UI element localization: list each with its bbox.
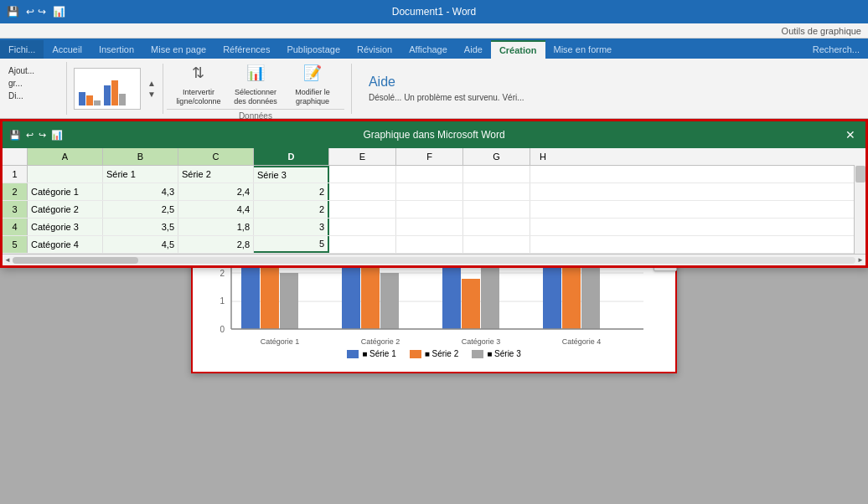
cell-d2[interactable]: 2 [254,183,329,200]
tab-revision[interactable]: Révision [349,40,400,59]
spreadsheet-dialog: 💾 ↩ ↪ 📊 Graphique dans Microsoft Word ✕ … [0,119,868,268]
vertical-scrollbar[interactable] [854,165,865,254]
tab-affichage[interactable]: Affichage [400,40,456,59]
cell-b5[interactable]: 4,5 [103,236,178,253]
cell-e2[interactable] [329,183,396,200]
cell-a4[interactable]: Catégorie 3 [28,219,103,235]
col-header-c: C [178,148,254,165]
cell-b3[interactable]: 2,5 [103,201,178,218]
modifier-label: Modifier le graphique [287,88,338,106]
cell-g3[interactable] [463,201,530,218]
aide-text: Désolé... Un problème est survenu. Véri.… [369,93,524,102]
outils-bar: Outils de graphique [0,23,868,39]
cell-d4[interactable]: 3 [254,219,329,235]
legend-serie2: ■ Série 2 [410,349,459,358]
cell-g2[interactable] [463,183,530,200]
cell-c4[interactable]: 1,8 [178,219,254,235]
svg-rect-22 [280,273,298,329]
cell-f1[interactable] [396,166,463,183]
cell-h2[interactable] [530,183,555,200]
chart-preview [74,68,141,110]
spreadsheet-title: Graphique dans Microsoft Word [363,129,504,141]
tab-creation[interactable]: Création [491,40,545,59]
row-header-4: 4 [3,219,28,235]
cell-a3[interactable]: Catégorie 2 [28,201,103,218]
redo-icon[interactable]: ↪ [38,6,46,18]
tab-accueil[interactable]: Accueil [44,40,90,59]
tab-aide[interactable]: Aide [456,40,491,59]
cell-e5[interactable] [329,236,396,253]
scroll-thumb [855,166,865,183]
ss-redo-icon[interactable]: ↪ [37,128,48,142]
content-row: 💾 ↩ ↪ 📊 Graphique dans Microsoft Word ✕ … [0,119,868,504]
cell-a2[interactable]: Catégorie 1 [28,183,103,200]
cell-f2[interactable] [396,183,463,200]
svg-rect-0 [79,92,85,105]
cell-f4[interactable] [396,219,463,235]
cell-h1[interactable] [530,166,555,183]
ss-undo-icon[interactable]: ↩ [24,128,35,142]
tab-fichi[interactable]: Fichi... [0,40,44,59]
h-scroll-track [13,257,855,264]
table-icon[interactable]: 📊 [53,6,65,18]
cell-b1[interactable]: Série 1 [103,166,178,183]
svg-rect-4 [111,80,118,105]
intervertir-btn[interactable]: ⇅ Intervertir ligne/colonne [173,59,224,106]
tab-insertion[interactable]: Insertion [90,40,142,59]
legend-color-serie3 [472,350,483,358]
h-scroll-right-icon[interactable]: ► [855,256,865,264]
scroll-up-icon[interactable]: ▲ [147,79,156,88]
cell-d5[interactable]: 5 [254,236,329,253]
cell-d1[interactable]: Série 3 [254,166,329,183]
cell-e1[interactable] [329,166,396,183]
cell-h3[interactable] [530,201,555,218]
close-button[interactable]: ✕ [842,126,859,143]
grid-row-1: 1 Série 1 Série 2 Série 3 [3,166,865,183]
ss-save-icon[interactable]: 💾 [8,128,23,142]
cell-h4[interactable] [530,219,555,235]
ss-table-icon[interactable]: 📊 [49,128,65,142]
app-window: 💾 ↩ ↪ 📊 Document1 - Word Outils de graph… [0,0,868,504]
scroll-down-icon[interactable]: ▼ [147,90,156,99]
chart-type-group [74,68,141,110]
corner-cell [3,148,28,165]
di-btn[interactable]: Di... [7,90,59,101]
cell-g5[interactable] [463,236,530,253]
cell-c3[interactable]: 4,4 [178,201,254,218]
modifier-btn[interactable]: 📝 Modifier le graphique [287,59,338,106]
cell-c1[interactable]: Série 2 [178,166,254,183]
cell-b4[interactable]: 3,5 [103,219,178,235]
cell-c2[interactable]: 2,4 [178,183,254,200]
cell-f5[interactable] [396,236,463,253]
cell-b2[interactable]: 4,3 [103,183,178,200]
aide-title: Aide [369,75,524,90]
cell-f3[interactable] [396,201,463,218]
undo-icon[interactable]: ↩ [26,6,34,18]
svg-rect-2 [94,100,101,105]
ribbon: Fichi... Accueil Insertion Mise en page … [0,39,868,119]
chart-scroll-arrows: ▲ ▼ [144,79,159,99]
cell-a1[interactable] [28,166,103,183]
horizontal-scrollbar[interactable]: ◄ ► [3,254,865,265]
cell-d3[interactable]: 2 [254,201,329,218]
cell-e4[interactable] [329,219,396,235]
svg-rect-26 [380,273,399,329]
cell-c5[interactable]: 2,8 [178,236,254,253]
tab-recherch[interactable]: Recherch... [804,40,868,59]
cell-e3[interactable] [329,201,396,218]
cell-g1[interactable] [463,166,530,183]
ajouter-btn[interactable]: Ajout... [7,65,59,76]
h-scroll-thumb [13,257,138,264]
cell-a5[interactable]: Catégorie 4 [28,236,103,253]
cell-g4[interactable] [463,219,530,235]
tab-mise-en-forme[interactable]: Mise en forme [545,40,621,59]
save-icon[interactable]: 💾 [7,6,19,18]
outils-label: Outils de graphique [782,26,861,36]
h-scroll-left-icon[interactable]: ◄ [3,256,13,264]
quick-access-toolbar: 💾 ↩ ↪ 📊 [7,6,65,18]
grp-btn[interactable]: gr... [7,78,59,89]
svg-rect-5 [119,94,126,105]
cell-h5[interactable] [530,236,555,253]
row-header-2: 2 [3,183,28,200]
selectionner-btn[interactable]: 📊 Sélectionner des données [230,59,281,106]
